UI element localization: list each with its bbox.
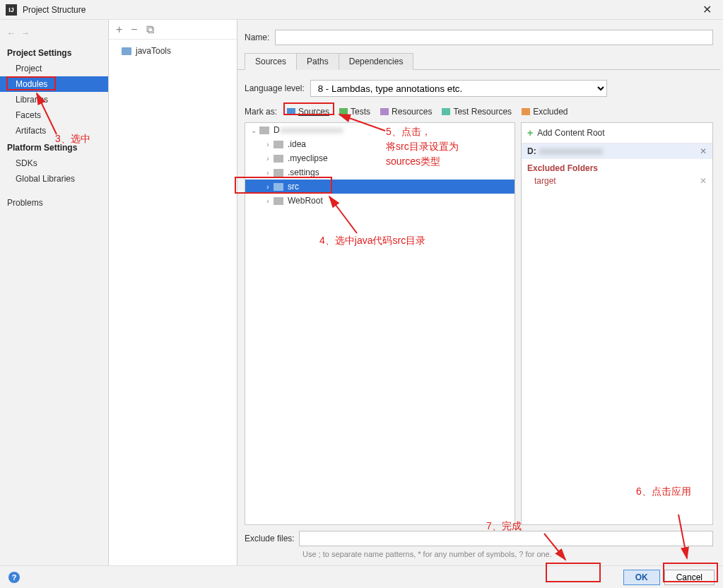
plus-icon: + bbox=[527, 127, 533, 139]
mark-excluded-button[interactable]: Excluded bbox=[522, 107, 568, 117]
tab-sources[interactable]: Sources bbox=[245, 53, 297, 70]
orange-folder-icon bbox=[522, 108, 530, 115]
tree-item[interactable]: ›.myeclipse bbox=[245, 151, 515, 165]
blue-folder-icon bbox=[287, 108, 295, 115]
module-name: javaTools bbox=[136, 46, 171, 56]
mark-tests-button[interactable]: Tests bbox=[339, 107, 370, 117]
module-toolbar: + − ⧉ bbox=[109, 20, 237, 40]
forward-icon[interactable]: → bbox=[21, 28, 30, 38]
content-root-row[interactable]: D: xxxxxxxxxxxxxxx ✕ bbox=[522, 143, 712, 159]
copy-module-icon[interactable]: ⧉ bbox=[146, 23, 154, 36]
language-level-select[interactable]: 8 - Lambdas, type annotations etc. bbox=[310, 80, 607, 97]
mark-test-resources-button[interactable]: Test Resources bbox=[442, 107, 512, 117]
chevron-right-icon[interactable]: › bbox=[264, 169, 272, 177]
tree-item[interactable]: ›.idea bbox=[245, 137, 515, 151]
name-input[interactable] bbox=[275, 30, 713, 45]
content-panel: Name: Sources Paths Dependencies Languag… bbox=[237, 20, 723, 565]
nav-facets[interactable]: Facets bbox=[0, 107, 108, 123]
app-icon: IJ bbox=[6, 4, 17, 16]
folder-icon bbox=[274, 141, 283, 148]
tree-item[interactable]: ›.settings bbox=[245, 165, 515, 180]
tree-item[interactable]: ›WebRoot bbox=[245, 194, 515, 208]
remove-module-icon[interactable]: − bbox=[131, 23, 137, 36]
close-icon[interactable]: ✕ bbox=[696, 3, 717, 16]
chevron-right-icon[interactable]: › bbox=[264, 197, 272, 205]
chevron-right-icon[interactable]: › bbox=[264, 141, 272, 148]
add-content-root-button[interactable]: + Add Content Root bbox=[522, 123, 712, 143]
remove-excluded-icon[interactable]: ✕ bbox=[700, 176, 707, 186]
tree-item-src[interactable]: ›src bbox=[245, 180, 515, 194]
tree-root[interactable]: ⌄ D xxxxxxxxxxxxxxx bbox=[245, 123, 515, 137]
name-label: Name: bbox=[245, 33, 269, 42]
folder-icon bbox=[122, 47, 131, 55]
mark-as-label: Mark as: bbox=[245, 107, 277, 117]
nav-problems[interactable]: Problems bbox=[0, 195, 108, 211]
titlebar: IJ Project Structure ✕ bbox=[0, 0, 723, 20]
green-folder-icon bbox=[339, 108, 348, 115]
folder-icon bbox=[259, 127, 269, 134]
nav-modules[interactable]: Modules bbox=[0, 76, 108, 92]
teal-folder-icon bbox=[442, 108, 450, 115]
exclude-files-input[interactable] bbox=[299, 531, 713, 546]
chevron-down-icon[interactable]: ⌄ bbox=[249, 127, 258, 134]
chevron-right-icon[interactable]: › bbox=[264, 155, 272, 163]
remove-root-icon[interactable]: ✕ bbox=[700, 146, 707, 156]
excluded-folder-item[interactable]: target ✕ bbox=[522, 175, 712, 187]
excluded-folders-heading: Excluded Folders bbox=[522, 159, 712, 175]
nav-sdks[interactable]: SDKs bbox=[0, 155, 108, 171]
nav-artifacts[interactable]: Artifacts bbox=[0, 123, 108, 139]
help-icon[interactable]: ? bbox=[8, 572, 20, 583]
nav-project[interactable]: Project bbox=[0, 61, 108, 76]
source-tree[interactable]: ⌄ D xxxxxxxxxxxxxxx ›.idea ›.myeclipse ›… bbox=[245, 122, 515, 525]
exclude-hint: Use ; to separate name patterns, * for a… bbox=[237, 548, 720, 565]
add-module-icon[interactable]: + bbox=[116, 23, 122, 36]
folder-icon bbox=[274, 197, 283, 205]
footer: ? OK Cancel bbox=[0, 565, 723, 588]
tab-paths[interactable]: Paths bbox=[296, 53, 339, 70]
module-list-panel: + − ⧉ javaTools bbox=[109, 20, 237, 565]
tab-dependencies[interactable]: Dependencies bbox=[339, 53, 414, 70]
cancel-button[interactable]: Cancel bbox=[664, 570, 715, 585]
tabs: Sources Paths Dependencies bbox=[237, 52, 720, 70]
nav-global-libraries[interactable]: Global Libraries bbox=[0, 171, 108, 187]
back-icon[interactable]: ← bbox=[7, 28, 16, 38]
chevron-right-icon[interactable]: › bbox=[264, 183, 272, 191]
module-item[interactable]: javaTools bbox=[109, 44, 237, 58]
purple-folder-icon bbox=[380, 108, 389, 115]
nav-libraries[interactable]: Libraries bbox=[0, 92, 108, 107]
sidebar: ← → Project Settings Project Modules Lib… bbox=[0, 20, 109, 565]
section-project-settings: Project Settings bbox=[0, 44, 108, 61]
mark-resources-button[interactable]: Resources bbox=[380, 107, 432, 117]
content-roots-panel: + Add Content Root D: xxxxxxxxxxxxxxx ✕ … bbox=[521, 122, 713, 525]
ok-button[interactable]: OK bbox=[623, 570, 660, 585]
window-title: Project Structure bbox=[23, 5, 696, 15]
exclude-files-label: Exclude files: bbox=[245, 534, 295, 543]
folder-icon bbox=[274, 183, 283, 191]
language-level-label: Language level: bbox=[245, 83, 305, 93]
folder-icon bbox=[274, 169, 283, 177]
folder-icon bbox=[274, 155, 283, 163]
mark-sources-button[interactable]: Sources bbox=[287, 107, 329, 117]
section-platform-settings: Platform Settings bbox=[0, 139, 108, 155]
